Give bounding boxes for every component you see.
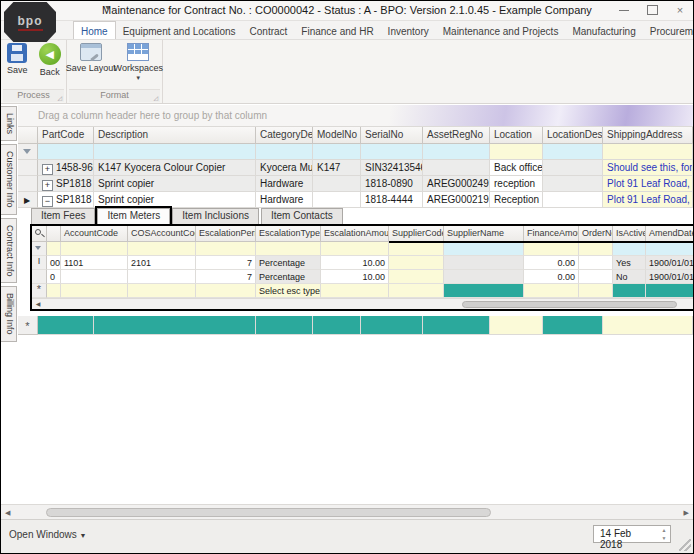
column-header-locationdesc[interactable]: LocationDesc <box>543 127 603 144</box>
expand-icon[interactable]: + <box>42 180 53 191</box>
column-header-assetregno[interactable]: AssetRegNo <box>423 127 490 144</box>
column-header-shippingaddress[interactable]: ShippingAddress <box>603 127 693 144</box>
filter-partcode[interactable] <box>38 144 94 160</box>
filter-escalationperiod[interactable] <box>196 242 256 256</box>
collapse-icon[interactable]: − <box>42 196 53 207</box>
new-locationdesc[interactable] <box>543 316 603 335</box>
column-header-modelno[interactable]: ModelNo <box>313 127 361 144</box>
date-spinner[interactable]: ▲▼ <box>659 527 669 541</box>
new-description[interactable] <box>94 316 256 335</box>
cell-description[interactable]: Sprint copier <box>94 192 256 208</box>
cell-isactive[interactable]: No <box>613 270 646 284</box>
new-escalationtype[interactable]: Select esc type... <box>256 284 321 298</box>
cell-orderno[interactable] <box>579 270 613 284</box>
filter-locationdesc[interactable] <box>543 144 603 160</box>
cell-assetregno[interactable] <box>423 160 490 176</box>
back-button[interactable]: ◀ Back <box>34 43 67 77</box>
cell-shippingaddress[interactable]: Plot 91 Leaf Road, Forest Hills, <box>603 176 693 192</box>
column-header-partcode[interactable]: PartCode <box>38 127 94 144</box>
open-windows-menu[interactable]: Open Windows ▼ <box>9 529 87 540</box>
expand-icon[interactable]: + <box>42 164 53 175</box>
column-header-escalationperiod[interactable]: EscalationPeriod <box>196 226 256 242</box>
minimize-button[interactable] <box>617 4 631 16</box>
new-escalationperiod[interactable] <box>196 284 256 298</box>
cell-categorydesc[interactable]: Hardware <box>256 176 313 192</box>
new-cosaccountcode[interactable] <box>128 284 196 298</box>
new-amenddate[interactable] <box>646 284 694 298</box>
detail-search-header[interactable] <box>32 226 47 242</box>
column-header-suppliername[interactable]: SupplierName <box>444 226 524 242</box>
column-header-amenddate[interactable]: AmendDate <box>646 226 694 242</box>
save-button[interactable]: Save <box>1 43 34 77</box>
cell-locationdesc[interactable] <box>543 160 603 176</box>
cell-escalationperiod[interactable]: 7 <box>196 256 256 270</box>
cell-amenddate[interactable]: 1900/01/01 <box>646 270 694 284</box>
scroll-left-icon[interactable]: ◀ <box>33 300 43 309</box>
filter-financeamount[interactable] <box>524 242 579 256</box>
new-suppliername[interactable] <box>444 284 524 298</box>
cell-financeamount[interactable]: 0.00 <box>524 256 579 270</box>
filter-suppliername[interactable] <box>444 242 524 256</box>
ribbon-tab-procurement[interactable]: Procurement <box>643 21 694 39</box>
cell-description[interactable]: K147 Kyocera Colour Copier <box>94 160 256 176</box>
column-header-isactive[interactable]: IsActive <box>613 226 646 242</box>
column-header-escalationtype[interactable]: EscalationType <box>256 226 321 242</box>
filter-escalationamount[interactable] <box>321 242 389 256</box>
new-escalationamount[interactable] <box>321 284 389 298</box>
column-header-cosaccountcode[interactable]: COSAccountCode <box>128 226 196 242</box>
ribbon-tab-maintenance-and-projects[interactable]: Maintenance and Projects <box>436 21 566 39</box>
new-suppliercode[interactable] <box>389 284 444 298</box>
new-accountcode[interactable] <box>61 284 128 298</box>
cell-escalationtype[interactable]: Percentage <box>256 270 321 284</box>
tab-item-meters[interactable]: Item Meters <box>97 208 170 224</box>
cell-orderno[interactable] <box>579 256 613 270</box>
save-layout-button[interactable]: Save Layout <box>68 43 114 81</box>
cell-modelno[interactable] <box>313 176 361 192</box>
group-by-panel[interactable]: Drag a column header here to group by th… <box>18 105 693 127</box>
ribbon-tab-inventory[interactable]: Inventory <box>381 21 436 39</box>
workspaces-button[interactable]: Workspaces ▼ <box>115 43 161 81</box>
cell-escalationperiod[interactable]: 7 <box>196 270 256 284</box>
cell-escalationamount[interactable]: 10.00 <box>321 256 389 270</box>
new-isactive[interactable] <box>613 284 646 298</box>
filter-escalationtype[interactable] <box>256 242 321 256</box>
scrollbar-thumb[interactable] <box>462 301 677 308</box>
cell-accountcode[interactable]: 1101 <box>61 256 128 270</box>
filter-categorydesc[interactable] <box>256 144 313 160</box>
cell-serialno[interactable]: SIN32413546 <box>361 160 423 176</box>
cell-partcode[interactable]: +1458-96523 <box>38 160 94 176</box>
new-modelno[interactable] <box>313 316 361 335</box>
column-header-accountcode[interactable]: AccountCode <box>61 226 128 242</box>
cell-modelno[interactable]: K147 <box>313 160 361 176</box>
cell-categorydesc[interactable]: Kyocera Multif... <box>256 160 313 176</box>
scroll-right-icon[interactable]: ▶ <box>684 509 689 517</box>
cell-modelno[interactable] <box>313 192 361 208</box>
side-tab-customer-info[interactable]: Customer Info <box>1 144 17 215</box>
quick-access-dropdown-icon[interactable]: ▼ <box>104 4 111 11</box>
filter-cosaccountcode[interactable] <box>128 242 196 256</box>
ribbon-tab-equipment-and-locations[interactable]: Equipment and Locations <box>116 21 243 39</box>
cell-escalationamount[interactable]: 10.00 <box>321 270 389 284</box>
cell-location[interactable]: Back office <box>490 160 543 176</box>
cell-suppliercode[interactable] <box>389 270 444 284</box>
filter-location[interactable] <box>490 144 543 160</box>
cell-cosaccountcode[interactable] <box>128 270 196 284</box>
cell-financeamount[interactable]: 0.00 <box>524 270 579 284</box>
tab-item-contacts[interactable]: Item Contacts <box>261 208 343 224</box>
filter-shippingaddress[interactable] <box>603 144 693 160</box>
filter-isactive[interactable] <box>613 242 646 256</box>
column-header-orderno[interactable]: OrderNo <box>579 226 613 242</box>
cell-shippingaddress[interactable]: Should see this, for physical ad <box>603 160 693 176</box>
filter-assetregno[interactable] <box>423 144 490 160</box>
cell-location[interactable]: reception <box>490 176 543 192</box>
tab-item-inclusions[interactable]: Item Inclusions <box>172 208 259 224</box>
ribbon-tab-finance-and-hr[interactable]: Finance and HR <box>294 21 380 39</box>
cell-escalationtype[interactable]: Percentage <box>256 256 321 270</box>
column-header-suppliercode[interactable]: SupplierCode <box>389 226 444 242</box>
cell-locationdesc[interactable] <box>543 176 603 192</box>
filter-suppliercode[interactable] <box>389 242 444 256</box>
filter-amenddate[interactable] <box>646 242 694 256</box>
tab-item-fees[interactable]: Item Fees <box>31 208 95 224</box>
filter-description[interactable] <box>94 144 256 160</box>
main-horizontal-scrollbar[interactable]: ◀ ▶ <box>1 504 693 519</box>
